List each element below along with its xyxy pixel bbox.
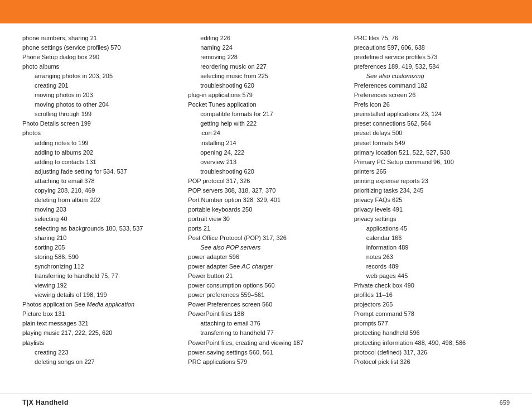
index-entry: playing music 217, 222, 225, 620 — [22, 328, 178, 338]
index-entry: viewing 192 — [22, 281, 178, 290]
index-entry: copying 208, 210, 469 — [22, 186, 178, 195]
index-entry: deleting from album 202 — [22, 195, 178, 205]
index-entry: preset formats 549 — [354, 138, 510, 148]
index-entry: preset delays 500 — [354, 128, 510, 138]
index-entry: sharing 210 — [22, 233, 178, 243]
index-entry: POP servers 308, 318, 327, 370 — [188, 186, 344, 195]
index-entry: photo albums — [22, 62, 178, 71]
index-entry: prioritizing tasks 234, 245 — [354, 186, 510, 195]
index-entry: printing expense reports 23 — [354, 176, 510, 186]
index-entry: adding to contacts 131 — [22, 157, 178, 167]
index-entry: PRC files 75, 76 — [354, 33, 510, 43]
index-entry: compatible formats for 217 — [188, 109, 344, 119]
index-entry: scrolling through 199 — [22, 109, 178, 119]
index-entry: records 489 — [354, 262, 510, 271]
index-entry: calendar 166 — [354, 233, 510, 243]
index-entry: predefined service profiles 573 — [354, 52, 510, 62]
index-entry: editing 226 — [188, 33, 344, 43]
index-entry: projectors 265 — [354, 300, 510, 309]
index-entry: notes 263 — [354, 252, 510, 262]
index-entry: removing 228 — [188, 52, 344, 62]
index-entry: PowerPoint files, creating and viewing 1… — [188, 338, 344, 348]
index-entry: Photos application See Media application — [22, 300, 178, 309]
index-entry: adding to albums 202 — [22, 148, 178, 157]
index-entry: portable keyboards 250 — [188, 205, 344, 214]
index-entry: Preferences screen 26 — [354, 90, 510, 100]
index-entry: Pocket Tunes application — [188, 100, 344, 109]
index-entry: Photo Details screen 199 — [22, 119, 178, 128]
index-entry: deleting songs on 227 — [22, 357, 178, 367]
index-entry: Phone Setup dialog box 290 — [22, 52, 178, 62]
column-3: PRC files 75, 76precautions 597, 606, 63… — [354, 33, 510, 391]
index-entry: power consumption options 560 — [188, 281, 344, 290]
index-entry: PRC applications 579 — [188, 357, 344, 367]
index-entry: Private check box 490 — [354, 281, 510, 290]
column-1: phone numbers, sharing 21phone settings … — [22, 33, 188, 391]
index-entry: phone settings (service profiles) 570 — [22, 43, 178, 52]
index-entry: protecting handheld 596 — [354, 328, 510, 338]
index-entry: precautions 597, 606, 638 — [354, 43, 510, 52]
index-entry: overview 213 — [188, 157, 344, 167]
header-bar — [0, 0, 532, 23]
index-entry: creating 201 — [22, 81, 178, 90]
index-entry: adjusting fade setting for 534, 537 — [22, 167, 178, 176]
index-entry: POP protocol 317, 326 — [188, 176, 344, 186]
footer-page: 659 — [500, 399, 510, 406]
index-entry: power adapter See AC charger — [188, 262, 344, 271]
index-entry: plain text messages 321 — [22, 319, 178, 328]
index-entry: power-saving settings 560, 561 — [188, 348, 344, 357]
index-entry: viewing details of 198, 199 — [22, 290, 178, 300]
column-2: editing 226naming 224removing 228reorder… — [188, 33, 354, 391]
index-entry: adding notes to 199 — [22, 138, 178, 148]
index-entry: troubleshooting 620 — [188, 167, 344, 176]
index-entry: phone numbers, sharing 21 — [22, 33, 178, 43]
index-entry: moving photos in 203 — [22, 90, 178, 100]
index-entry: moving photos to other 204 — [22, 100, 178, 109]
index-entry: photos — [22, 128, 178, 138]
index-entry: PowerPoint files 188 — [188, 309, 344, 319]
index-entry: selecting music from 225 — [188, 71, 344, 81]
index-entry: Preferences command 182 — [354, 81, 510, 90]
index-entry: Primary PC Setup command 96, 100 — [354, 157, 510, 167]
index-entry: synchronizing 112 — [22, 262, 178, 271]
index-entry: power preferences 559–561 — [188, 290, 344, 300]
index-entry: preinstalled applications 23, 124 — [354, 109, 510, 119]
index-entry: ports 21 — [188, 224, 344, 233]
page-footer: T|X Handheld 659 — [0, 394, 532, 412]
index-entry: icon 24 — [188, 128, 344, 138]
index-entry: reordering music on 227 — [188, 62, 344, 71]
index-entry: power adapter 596 — [188, 252, 344, 262]
index-entry: opening 24, 222 — [188, 148, 344, 157]
index-entry: transferring to handheld 75, 77 — [22, 271, 178, 281]
index-entry: preset connections 562, 564 — [354, 119, 510, 128]
index-entry: protecting information 488, 490, 498, 58… — [354, 338, 510, 348]
index-entry: primary location 521, 522, 527, 530 — [354, 148, 510, 157]
index-entry: transferring to handheld 77 — [188, 328, 344, 338]
index-entry: attaching to email 378 — [22, 176, 178, 186]
index-columns: phone numbers, sharing 21phone settings … — [0, 23, 532, 391]
index-entry: selecting 40 — [22, 214, 178, 224]
index-entry: Port Number option 328, 329, 401 — [188, 195, 344, 205]
index-entry: See also POP servers — [188, 243, 344, 252]
index-entry: profiles 11–16 — [354, 290, 510, 300]
index-entry: printers 265 — [354, 167, 510, 176]
index-entry: Post Office Protocol (POP) 317, 326 — [188, 233, 344, 243]
index-entry: sorting 205 — [22, 243, 178, 252]
index-entry: Prompt command 578 — [354, 309, 510, 319]
index-entry: moving 203 — [22, 205, 178, 214]
index-entry: privacy settings — [354, 214, 510, 224]
index-entry: portrait view 30 — [188, 214, 344, 224]
index-entry: attaching to email 376 — [188, 319, 344, 328]
index-entry: prompts 577 — [354, 319, 510, 328]
index-entry: Protocol pick list 326 — [354, 357, 510, 367]
index-entry: Prefs icon 26 — [354, 100, 510, 109]
page-content: phone numbers, sharing 21phone settings … — [0, 23, 532, 412]
index-entry: privacy levels 491 — [354, 205, 510, 214]
index-entry: information 489 — [354, 243, 510, 252]
index-entry: privacy FAQs 625 — [354, 195, 510, 205]
footer-title: T|X Handheld — [22, 399, 69, 406]
index-entry: Power button 21 — [188, 271, 344, 281]
index-entry: plug-in applications 579 — [188, 90, 344, 100]
index-entry: Picture box 131 — [22, 309, 178, 319]
index-entry: See also customizing — [354, 71, 510, 81]
